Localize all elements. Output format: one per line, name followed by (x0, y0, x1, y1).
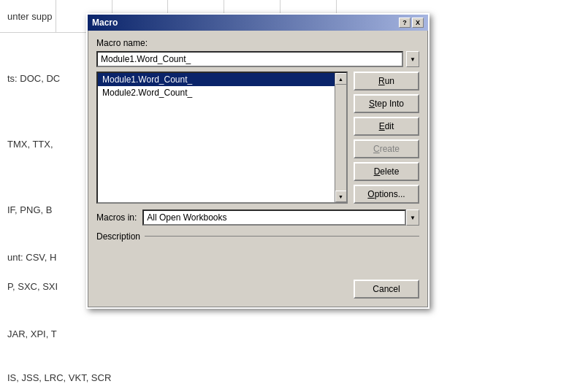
scroll-up-arrow[interactable]: ▲ (335, 73, 347, 85)
macro-list-item-2[interactable]: Module2.Word_Count_ (98, 86, 335, 99)
description-area (96, 243, 419, 272)
bg-text-5: unt: CSV, H (7, 252, 56, 263)
titlebar-buttons: ? X (399, 18, 424, 28)
macros-in-select-wrapper: All Open Workbooks ▼ (142, 210, 419, 226)
macro-list-scrollbar[interactable]: ▲ ▼ (335, 73, 346, 202)
cancel-button[interactable]: Cancel (354, 280, 419, 299)
dialog-titlebar: Macro ? X (88, 15, 428, 31)
macros-in-row: Macros in: All Open Workbooks ▼ (96, 210, 419, 226)
dialog-body: Macro name: ▼ Module1.Word_Count_ Module… (88, 31, 428, 307)
step-into-button[interactable]: Step Into (354, 94, 419, 113)
bg-text-2: ts: DOC, DC (7, 73, 60, 84)
delete-button[interactable]: Delete (354, 162, 419, 181)
bg-text-3: TMX, TTX, (7, 139, 53, 150)
options-button[interactable]: Options... (354, 185, 419, 204)
buttons-column: Run Step Into Edit Create Delete Options… (354, 72, 419, 204)
macro-list[interactable]: Module1.Word_Count_ Module2.Word_Count_ … (96, 72, 348, 204)
create-button[interactable]: Create (354, 139, 419, 158)
bg-text-8: IS, JSS, LRC, VKT, SCR (7, 372, 111, 383)
bg-text-4: IF, PNG, B (7, 204, 52, 215)
macro-name-input[interactable] (96, 51, 403, 67)
scroll-down-arrow[interactable]: ▼ (335, 191, 347, 202)
macro-name-row: ▼ (96, 51, 419, 67)
description-section: Description (96, 231, 419, 272)
macro-list-container: Module1.Word_Count_ Module2.Word_Count_ … (96, 72, 348, 204)
help-button[interactable]: ? (399, 18, 411, 28)
content-row: Module1.Word_Count_ Module2.Word_Count_ … (96, 72, 419, 204)
description-label: Description (96, 231, 140, 242)
bg-text-7: JAR, XPI, T (7, 328, 57, 339)
macro-name-dropdown-btn[interactable]: ▼ (406, 51, 419, 67)
macro-dialog: Macro ? X Macro name: ▼ Module1.Word_Cou… (86, 13, 430, 309)
close-button[interactable]: X (412, 18, 424, 28)
macros-in-label: Macros in: (96, 212, 137, 223)
description-divider (145, 236, 419, 237)
bg-text-1: unter supp (7, 11, 52, 22)
macros-in-value[interactable]: All Open Workbooks (142, 210, 406, 226)
bottom-row: Cancel (96, 280, 419, 299)
dialog-title: Macro (92, 18, 118, 28)
macro-list-item-1[interactable]: Module1.Word_Count_ (98, 73, 335, 86)
cancel-label: Cancel (373, 284, 400, 294)
macro-name-label: Macro name: (96, 38, 419, 48)
bg-text-6: P, SXC, SXI (7, 281, 58, 292)
scroll-track (335, 85, 346, 191)
run-button[interactable]: Run (354, 72, 419, 91)
macros-in-dropdown-arrow[interactable]: ▼ (406, 210, 419, 226)
edit-button[interactable]: Edit (354, 117, 419, 136)
